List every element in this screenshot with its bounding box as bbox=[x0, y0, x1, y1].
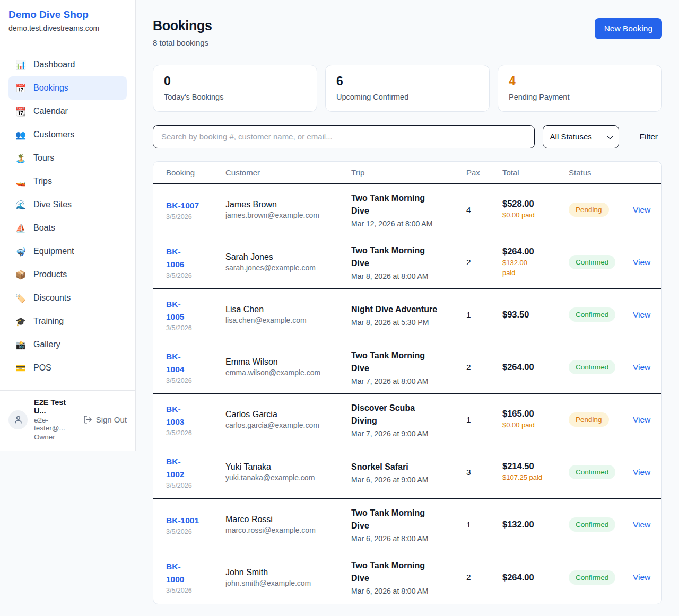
avatar bbox=[8, 410, 28, 429]
booking-id-link[interactable]: BK-1006 bbox=[166, 245, 184, 271]
trip-name: Two Tank MorningDive bbox=[351, 244, 460, 270]
sidebar-item-products[interactable]: 📦Products bbox=[8, 263, 127, 286]
actions-cell: View bbox=[633, 415, 657, 425]
sidebar-item-calendar[interactable]: 📆Calendar bbox=[8, 100, 127, 123]
page-header: Bookings 8 total bookings New Booking bbox=[153, 18, 662, 47]
sidebar-item-label: Calendar bbox=[33, 107, 68, 116]
bookings-table: BookingCustomerTripPaxTotalStatus BK-100… bbox=[153, 161, 662, 604]
trip-name: Two Tank MorningDive bbox=[351, 192, 460, 217]
booking-row: BK-10073/5/2026James Brownjames.brown@ex… bbox=[153, 184, 661, 236]
pax-count: 1 bbox=[466, 520, 502, 530]
paid-amount: $0.00 paid bbox=[502, 210, 562, 221]
trip-datetime: Mar 8, 2026 at 8:00 AM bbox=[351, 272, 460, 280]
brand-block: Demo Dive Shop demo.test.divestreams.com bbox=[0, 0, 135, 43]
sidebar-item-gallery[interactable]: 📸Gallery bbox=[8, 333, 127, 356]
status-cell: Confirmed bbox=[569, 570, 633, 585]
trips-icon: 🚤 bbox=[15, 177, 26, 187]
sidebar-item-label: POS bbox=[33, 363, 51, 373]
sidebar-item-trips[interactable]: 🚤Trips bbox=[8, 170, 127, 193]
trip-name: Two Tank MorningDive bbox=[351, 559, 460, 585]
customer-email: emma.wilson@example.com bbox=[225, 368, 345, 377]
paid-amount: $132.00paid bbox=[502, 258, 562, 278]
booking-id-link[interactable]: BK-1001 bbox=[166, 514, 199, 527]
customer-name: Yuki Tanaka bbox=[225, 462, 345, 472]
status-badge: Confirmed bbox=[569, 465, 615, 479]
booking-date: 3/5/2026 bbox=[166, 377, 219, 384]
trip-name: Two Tank MorningDive bbox=[351, 349, 460, 375]
sidebar-item-tours[interactable]: 🏝️Tours bbox=[8, 146, 127, 170]
booking-id-link[interactable]: BK-1007 bbox=[166, 199, 199, 212]
customer-email: yuki.tanaka@example.com bbox=[225, 473, 345, 482]
actions-cell: View bbox=[633, 520, 657, 530]
sidebar-item-equipment[interactable]: 🤿Equipment bbox=[8, 240, 127, 263]
view-link[interactable]: View bbox=[633, 205, 650, 214]
sidebar-nav: 📊Dashboard📅Bookings📆Calendar👥Customers🏝️… bbox=[0, 43, 135, 386]
pax-count: 4 bbox=[466, 205, 502, 215]
booking-id-link[interactable]: BK-1003 bbox=[166, 403, 184, 428]
sidebar-item-customers[interactable]: 👥Customers bbox=[8, 123, 127, 146]
customer-name: Emma Wilson bbox=[225, 357, 345, 367]
search-input[interactable] bbox=[153, 125, 535, 148]
total-amount: $264.00 bbox=[502, 573, 562, 583]
status-cell: Confirmed bbox=[569, 517, 633, 532]
bookings-icon: 📅 bbox=[15, 83, 26, 93]
stat-card-today-s-bookings: 0Today's Bookings bbox=[153, 65, 317, 112]
view-link[interactable]: View bbox=[633, 310, 650, 319]
total-cell: $264.00$132.00paid bbox=[502, 247, 569, 278]
total-amount: $93.50 bbox=[502, 310, 562, 320]
booking-cell: BK-10033/5/2026 bbox=[166, 403, 225, 437]
pax-count: 2 bbox=[466, 573, 502, 582]
trip-name: Two Tank MorningDive bbox=[351, 507, 460, 532]
sidebar-item-label: Tours bbox=[33, 153, 54, 163]
total-cell: $264.00 bbox=[502, 362, 569, 372]
sidebar-item-discounts[interactable]: 🏷️Discounts bbox=[8, 286, 127, 310]
sidebar-item-boats[interactable]: ⛵Boats bbox=[8, 216, 127, 240]
trip-datetime: Mar 6, 2026 at 8:00 AM bbox=[351, 534, 460, 543]
user-info: E2E Test U... e2e-tester@... Owner bbox=[34, 398, 77, 441]
sidebar-item-dive-sites[interactable]: 🌊Dive Sites bbox=[8, 193, 127, 216]
status-badge: Confirmed bbox=[569, 307, 615, 322]
status-cell: Confirmed bbox=[569, 307, 633, 322]
sidebar-item-bookings[interactable]: 📅Bookings bbox=[8, 76, 127, 100]
booking-date: 3/5/2026 bbox=[166, 272, 219, 279]
status-filter-select[interactable]: All Statuses bbox=[543, 125, 619, 148]
customer-cell: Lisa Chenlisa.chen@example.com bbox=[225, 305, 351, 324]
view-link[interactable]: View bbox=[633, 363, 650, 372]
sign-out-button[interactable]: Sign Out bbox=[83, 415, 127, 424]
customer-email: marco.rossi@example.com bbox=[225, 526, 345, 534]
booking-id-link[interactable]: BK-1002 bbox=[166, 455, 184, 481]
sidebar-item-dashboard[interactable]: 📊Dashboard bbox=[8, 53, 127, 76]
booking-id-link[interactable]: BK-1005 bbox=[166, 298, 184, 323]
sidebar-item-training[interactable]: 🎓Training bbox=[8, 310, 127, 333]
status-badge: Confirmed bbox=[569, 570, 615, 585]
column-header-status: Status bbox=[569, 168, 633, 177]
view-link[interactable]: View bbox=[633, 415, 650, 424]
view-link[interactable]: View bbox=[633, 573, 650, 582]
stat-card-pending-payment: 4Pending Payment bbox=[498, 65, 662, 112]
total-cell: $165.00$0.00 paid bbox=[502, 409, 569, 430]
view-link[interactable]: View bbox=[633, 258, 650, 267]
paid-amount: $107.25 paid bbox=[502, 473, 562, 483]
booking-id-link[interactable]: BK-1004 bbox=[166, 350, 184, 376]
total-cell: $132.00 bbox=[502, 520, 569, 530]
pax-count: 3 bbox=[466, 468, 502, 477]
status-badge: Confirmed bbox=[569, 517, 615, 532]
sidebar-item-pos[interactable]: 💳POS bbox=[8, 356, 127, 380]
total-amount: $528.00 bbox=[502, 199, 562, 209]
paid-amount: $0.00 paid bbox=[502, 420, 562, 430]
training-icon: 🎓 bbox=[15, 316, 26, 327]
dashboard-icon: 📊 bbox=[15, 60, 26, 70]
pax-count: 2 bbox=[466, 363, 502, 372]
booking-id-link[interactable]: BK-1000 bbox=[166, 560, 184, 586]
sidebar-item-label: Products bbox=[33, 270, 67, 279]
filter-row: All Statuses Filter bbox=[153, 125, 662, 148]
total-amount: $132.00 bbox=[502, 520, 562, 530]
main-content: Bookings 8 total bookings New Booking 0T… bbox=[136, 0, 679, 616]
trip-cell: Snorkel SafariMar 6, 2026 at 9:00 AM bbox=[351, 461, 466, 484]
trip-datetime: Mar 8, 2026 at 5:30 PM bbox=[351, 318, 460, 327]
view-link[interactable]: View bbox=[633, 468, 650, 477]
booking-cell: BK-10073/5/2026 bbox=[166, 199, 225, 221]
view-link[interactable]: View bbox=[633, 520, 650, 529]
filter-button[interactable]: Filter bbox=[636, 132, 662, 142]
new-booking-button[interactable]: New Booking bbox=[595, 18, 662, 39]
